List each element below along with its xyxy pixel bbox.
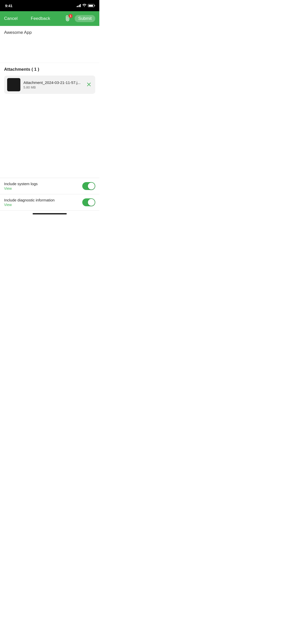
attachment-info: Attachment_2024-03-21-11-57.j... 5.80 MB <box>23 80 83 89</box>
attachment-size: 5.80 MB <box>23 85 83 89</box>
attachment-badge: 1 <box>69 14 73 18</box>
toggle-track <box>82 182 95 190</box>
toggle-thumb-2 <box>88 199 95 206</box>
attachment-button[interactable]: 1 <box>63 14 73 23</box>
attachments-section: Attachments ( 1 ) Attachment_2024-03-21-… <box>0 63 99 96</box>
diagnostic-label: Include diagnostic information <box>4 198 55 202</box>
attachment-remove-button[interactable] <box>86 81 92 89</box>
attachment-item: Attachment_2024-03-21-11-57.j... 5.80 MB <box>4 76 95 94</box>
submit-button[interactable]: Submit <box>75 15 95 22</box>
settings-section: Include system logs View Include diagnos… <box>0 178 99 211</box>
cancel-button[interactable]: Cancel <box>4 14 18 23</box>
main-content: Awesome App Attachments ( 1 ) Attachment… <box>0 26 99 216</box>
battery-icon <box>88 4 94 7</box>
attachment-name: Attachment_2024-03-21-11-57.j... <box>23 80 83 85</box>
empty-area <box>0 96 99 178</box>
attachment-thumbnail <box>7 78 20 91</box>
toggle-track-2 <box>82 198 95 206</box>
diagnostic-content: Include diagnostic information View <box>4 198 55 207</box>
nav-right-actions: 1 Submit <box>63 14 95 23</box>
diagnostic-view-link[interactable]: View <box>4 203 55 207</box>
system-logs-view-link[interactable]: View <box>4 186 38 191</box>
attachments-header: Attachments ( 1 ) <box>4 67 95 72</box>
home-bar <box>33 213 67 214</box>
feedback-input[interactable]: Awesome App <box>0 26 99 62</box>
diagnostic-row: Include diagnostic information View <box>0 194 99 211</box>
toggle-thumb <box>88 183 95 189</box>
status-time: 9:41 <box>5 4 12 8</box>
system-logs-label: Include system logs <box>4 182 38 186</box>
nav-bar: Cancel Feedback 1 Submit <box>0 11 99 26</box>
home-indicator <box>0 211 99 216</box>
status-icons <box>77 4 94 8</box>
status-bar: 9:41 <box>0 0 99 11</box>
system-logs-toggle[interactable] <box>82 182 95 190</box>
system-logs-content: Include system logs View <box>4 182 38 191</box>
signal-icon <box>77 4 81 7</box>
system-logs-row: Include system logs View <box>0 178 99 194</box>
diagnostic-toggle[interactable] <box>82 198 95 206</box>
page-title: Feedback <box>31 16 50 21</box>
wifi-icon <box>82 4 86 8</box>
